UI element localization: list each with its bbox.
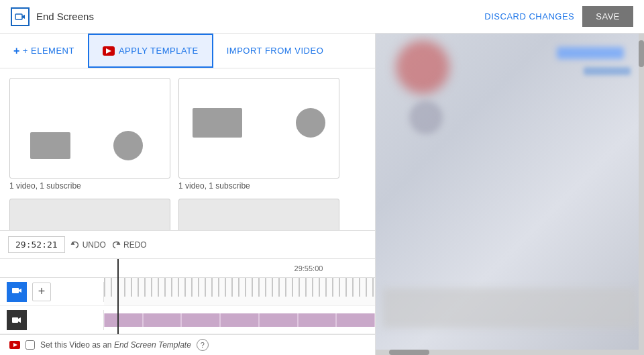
left-panel: + + ELEMENT APPLY TEMPLATE IMPORT FROM V… — [0, 34, 376, 355]
timeline-wrapper: 29:55:00 30:00:00 30:05:00 30:12:22 — [0, 259, 375, 334]
video-track-content — [104, 306, 375, 334]
svg-marker-3 — [19, 289, 21, 293]
undo-icon — [70, 240, 80, 250]
app-logo — [11, 7, 30, 26]
template-item-3 — [9, 199, 170, 230]
svg-rect-2 — [12, 288, 19, 293]
bottom-bar-italic-text: End Screen Template — [114, 340, 191, 350]
template-label-2: 1 video, 1 subscribe — [178, 181, 250, 191]
redo-button[interactable]: REDO — [111, 240, 147, 250]
end-screen-template-checkbox[interactable] — [25, 340, 35, 350]
svg-rect-0 — [15, 14, 22, 19]
template-item-1: 1 video, 1 subscribe — [9, 78, 170, 191]
save-button[interactable]: SAVE — [582, 6, 633, 27]
header-right: DISCARD CHANGES SAVE — [484, 6, 633, 27]
template-grid: 1 video, 1 subscribe 1 video, 1 subscrib… — [0, 68, 375, 230]
template-label-1: 1 video, 1 subscribe — [9, 181, 81, 191]
bottom-bar-static-text: Set this Video as an — [40, 340, 112, 350]
preview-shape-2 — [557, 47, 624, 59]
ruler-mark-2: 30:00:00 — [372, 264, 375, 272]
template-circle-2 — [296, 108, 325, 138]
video-track — [0, 306, 375, 334]
horizontal-scrollbar-thumb[interactable] — [389, 350, 429, 355]
template-card-3[interactable] — [9, 199, 170, 230]
video-seg-1 — [105, 313, 142, 327]
track-segment-placeholder — [104, 278, 375, 297]
toolbar: + + ELEMENT APPLY TEMPLATE IMPORT FROM V… — [0, 34, 375, 68]
template-rect-1 — [30, 132, 70, 159]
preview-shape-1 — [396, 40, 449, 94]
import-from-video-button[interactable]: IMPORT FROM VIDEO — [213, 34, 337, 68]
discard-changes-button[interactable]: DISCARD CHANGES — [484, 11, 574, 21]
template-card-2[interactable] — [178, 78, 339, 179]
bottom-bar-label: Set this Video as an End Screen Template — [40, 340, 191, 350]
end-screen-track-icon — [7, 282, 27, 302]
undo-button[interactable]: UNDO — [70, 240, 106, 250]
video-track-controls — [0, 310, 104, 330]
timeline-controls: 29:52:21 UNDO REDO — [0, 231, 375, 259]
time-display: 29:52:21 — [8, 236, 65, 253]
video-seg-7 — [337, 313, 374, 327]
help-icon[interactable]: ? — [197, 339, 209, 351]
svg-marker-5 — [18, 317, 21, 323]
apply-template-button[interactable]: APPLY TEMPLATE — [88, 34, 213, 68]
preview-shape-5 — [409, 101, 443, 134]
template-card-4[interactable] — [178, 199, 339, 230]
bottom-bar: Set this Video as an End Screen Template… — [0, 334, 375, 355]
timeline-ruler: 29:55:00 30:00:00 30:05:00 30:12:22 — [0, 259, 375, 278]
video-seg-3 — [182, 313, 219, 327]
template-circle-1 — [113, 131, 143, 160]
vertical-scrollbar[interactable] — [639, 34, 644, 355]
preview-shape-4 — [382, 288, 637, 328]
help-icon-label: ? — [201, 341, 205, 349]
apply-template-label: APPLY TEMPLATE — [119, 46, 199, 56]
template-card-2-inner — [179, 79, 339, 178]
redo-icon — [111, 240, 121, 250]
plus-icon: + — [13, 45, 20, 57]
element-label: + ELEMENT — [23, 46, 74, 56]
template-item-2: 1 video, 1 subscribe — [178, 78, 339, 191]
end-screen-track-content — [104, 278, 375, 305]
preview-shape-3 — [584, 67, 631, 75]
end-screen-track: + — [0, 278, 375, 306]
track-controls-endscreen: + — [0, 282, 104, 302]
template-card-1-inner — [10, 79, 170, 178]
add-track-element-button[interactable]: + — [32, 283, 51, 301]
redo-label: REDO — [123, 240, 147, 250]
header: End Screens DISCARD CHANGES SAVE — [0, 0, 644, 34]
youtube-logo-icon — [103, 46, 115, 56]
header-left: End Screens — [11, 7, 94, 26]
page-title: End Screens — [36, 11, 94, 22]
video-seg-6 — [299, 313, 336, 327]
preview-content — [376, 34, 644, 355]
video-seg-4 — [221, 313, 258, 327]
horizontal-scrollbar[interactable] — [376, 350, 639, 355]
video-segments — [104, 313, 375, 327]
preview-panel — [376, 34, 644, 355]
video-seg-2 — [144, 313, 181, 327]
timeline-area: 29:52:21 UNDO REDO 2 — [0, 230, 375, 334]
template-card-1[interactable] — [9, 78, 170, 179]
undo-label: UNDO — [83, 240, 106, 250]
add-element-button[interactable]: + + ELEMENT — [0, 34, 88, 68]
ruler-mark-1: 29:55:00 — [245, 264, 372, 272]
template-item-4 — [178, 199, 339, 230]
template-rect-2 — [193, 108, 242, 138]
vertical-scrollbar-thumb[interactable] — [639, 40, 644, 67]
main-content: + + ELEMENT APPLY TEMPLATE IMPORT FROM V… — [0, 34, 644, 355]
monitor-icon — [11, 287, 22, 297]
video-track-icon — [7, 310, 27, 330]
youtube-logo-small-icon — [9, 341, 20, 349]
camera-icon — [11, 315, 22, 325]
video-seg-5 — [260, 313, 297, 327]
import-label: IMPORT FROM VIDEO — [227, 46, 324, 56]
svg-rect-4 — [12, 317, 18, 323]
